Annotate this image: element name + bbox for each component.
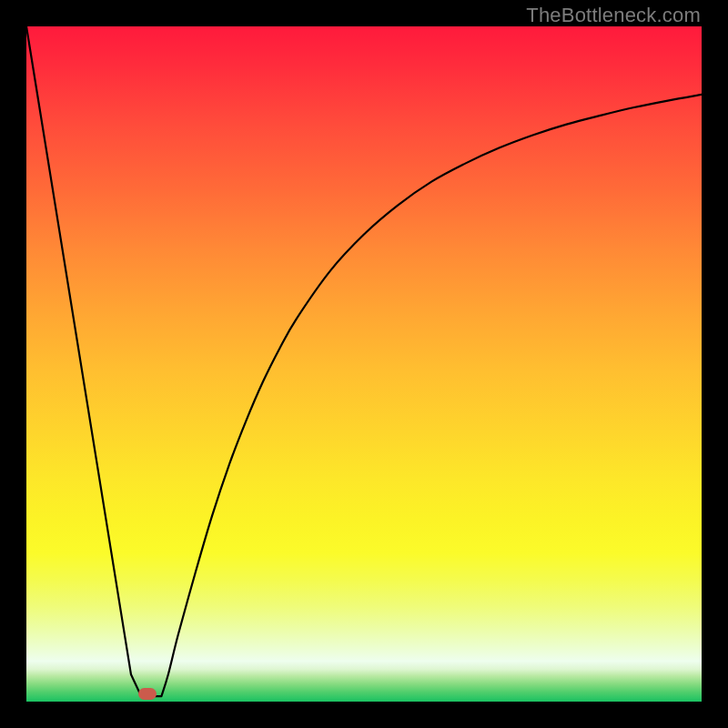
outer-frame: TheBottleneck.com [0, 0, 728, 728]
optimal-point-marker [138, 688, 157, 700]
bottleneck-curve [26, 26, 702, 702]
plot-area [26, 26, 702, 702]
watermark-label: TheBottleneck.com [526, 4, 701, 27]
